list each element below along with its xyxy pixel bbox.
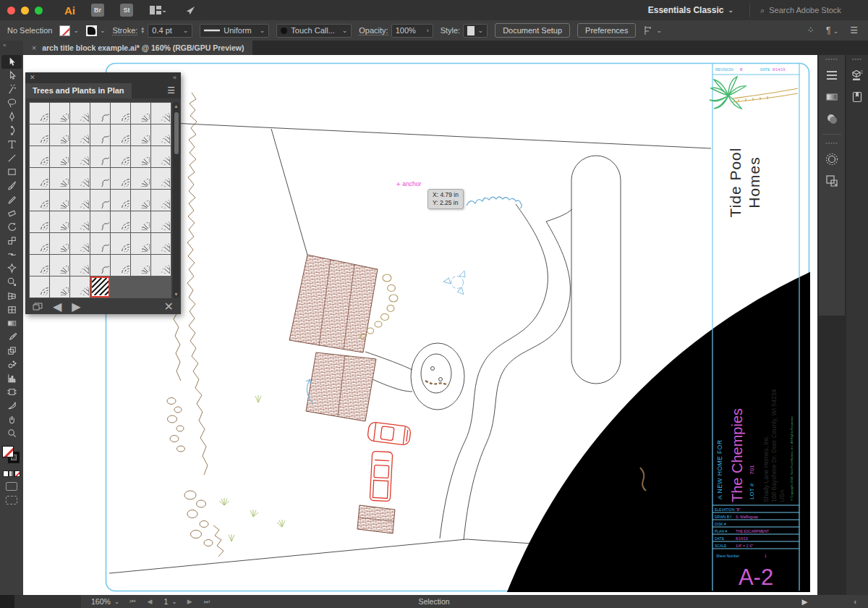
stroke-weight-label[interactable]: Stroke:: [112, 26, 137, 35]
swatch-cell[interactable]: [131, 103, 150, 124]
shaper-pencil-tool[interactable]: [1, 193, 22, 206]
swatch-cell[interactable]: [70, 124, 90, 145]
swatch-cell[interactable]: [131, 146, 150, 167]
rectangle-tool[interactable]: [1, 165, 22, 179]
swatch-cell[interactable]: [131, 124, 150, 145]
swatch-cell[interactable]: [151, 124, 171, 145]
swatch-cell[interactable]: [50, 211, 69, 232]
swatch-cell[interactable]: [111, 168, 130, 189]
properties-panel-icon[interactable]: [822, 64, 841, 86]
artboard-tool[interactable]: [1, 385, 22, 399]
swatch-cell[interactable]: [111, 190, 130, 211]
close-window-button[interactable]: [7, 7, 15, 14]
swatch-cell[interactable]: [50, 255, 69, 276]
load-previous-icon[interactable]: ◀: [53, 300, 61, 313]
window-controls[interactable]: [7, 7, 43, 14]
swatch-cell[interactable]: [30, 211, 49, 232]
toolbar-collapse-icon[interactable]: »: [0, 41, 23, 55]
arrange-documents-icon[interactable]: ⌄: [149, 4, 168, 17]
swatch-cell[interactable]: [50, 190, 69, 211]
swatch-cell[interactable]: [131, 211, 150, 232]
swatch-cell[interactable]: [30, 103, 49, 124]
trees-plants-panel[interactable]: ✕ « Trees and Plants in Plan ☰ ▲▼ ◀ ▶ ✕: [25, 72, 181, 314]
panel-menu-icon[interactable]: ☰: [161, 85, 181, 98]
none-button[interactable]: [14, 470, 20, 477]
opacity-field[interactable]: 100%›: [391, 24, 433, 38]
brush-libraries-icon[interactable]: [33, 300, 43, 313]
document-tab[interactable]: × arch title block example.ai* @ 160% (R…: [23, 41, 252, 55]
swatch-cell[interactable]: [30, 124, 49, 145]
stroke-color-swatch[interactable]: [86, 25, 97, 36]
swatch-cell[interactable]: [131, 190, 150, 211]
scale-tool[interactable]: [1, 234, 22, 248]
curvature-tool[interactable]: [1, 124, 22, 138]
swatch-cell[interactable]: [151, 255, 171, 276]
swatch-cell[interactable]: [151, 233, 171, 254]
swatch-cell[interactable]: [90, 211, 110, 232]
swatch-cell[interactable]: [50, 124, 69, 145]
color-button[interactable]: [3, 470, 9, 477]
fill-swatch-none[interactable]: [2, 446, 14, 457]
swatch-cell[interactable]: [151, 168, 171, 189]
appearance-panel-icon[interactable]: [822, 148, 841, 170]
slice-tool[interactable]: [1, 399, 22, 413]
swatch-cell[interactable]: [90, 190, 110, 211]
load-next-icon[interactable]: ▶: [72, 300, 80, 313]
line-segment-tool[interactable]: [1, 151, 22, 165]
stroke-weight-stepper[interactable]: ▲▼: [140, 27, 145, 34]
preferences-button[interactable]: Preferences: [577, 23, 636, 38]
swatch-cell[interactable]: [30, 190, 49, 211]
swatch-cell[interactable]: [70, 190, 90, 211]
swatch-cell[interactable]: [111, 233, 130, 254]
swatch-cell[interactable]: [90, 146, 110, 167]
workspace-grid-icon[interactable]: ⁘: [807, 25, 814, 35]
fill-color-dropdown[interactable]: ⌄: [59, 25, 79, 36]
opacity-label[interactable]: Opacity:: [359, 26, 388, 35]
close-tab-icon[interactable]: ×: [32, 43, 36, 52]
swatch-cell[interactable]: [111, 124, 130, 145]
swatch-cell[interactable]: [50, 146, 69, 167]
eraser-tool[interactable]: [1, 206, 22, 220]
hand-tool[interactable]: [1, 413, 22, 426]
document-setup-button[interactable]: Document Setup: [495, 23, 570, 38]
swatch-cell[interactable]: [111, 255, 130, 276]
swatch-cell[interactable]: [111, 146, 130, 167]
color-mode-buttons[interactable]: [3, 470, 20, 477]
delete-swatch-icon[interactable]: ✕: [164, 300, 174, 313]
swatch-cell[interactable]: [90, 103, 110, 124]
stock-search-input[interactable]: ⌕ Search Adobe Stock: [749, 3, 858, 17]
swatch-cell[interactable]: [131, 168, 150, 189]
swatch-cell[interactable]: [111, 103, 130, 124]
libraries-panel-icon[interactable]: [848, 64, 867, 86]
swatch-cell[interactable]: [50, 233, 69, 254]
workspace-switcher[interactable]: Essentials Classic ⌄: [648, 5, 733, 15]
selection-tool[interactable]: [1, 55, 22, 69]
align-options-dropdown[interactable]: ⌄: [643, 25, 662, 35]
lasso-tool[interactable]: [1, 96, 22, 110]
swatch-cell[interactable]: [30, 146, 49, 167]
color-panel-icon[interactable]: [822, 108, 841, 130]
style-dropdown[interactable]: ⌄: [463, 24, 488, 38]
mesh-tool[interactable]: [1, 303, 22, 316]
pen-tool[interactable]: [1, 110, 22, 124]
bridge-button[interactable]: Br: [91, 4, 104, 17]
paragraph-options-icon[interactable]: ¶ ⌄: [826, 25, 838, 35]
swatch-cell[interactable]: [131, 255, 150, 276]
swatch-cell[interactable]: [50, 276, 69, 297]
zoom-level-dropdown[interactable]: 160% ⌄: [91, 597, 119, 606]
fill-none-swatch[interactable]: [59, 25, 70, 36]
swatch-cell[interactable]: [70, 211, 90, 232]
direct-selection-tool[interactable]: [1, 69, 22, 83]
stroke-color-dropdown[interactable]: ⌄: [86, 25, 106, 36]
gradient-panel-icon[interactable]: [822, 86, 841, 108]
swatch-cell[interactable]: [90, 233, 110, 254]
artboard-nav-prev-icon[interactable]: ◀: [148, 598, 154, 605]
rotate-tool[interactable]: [1, 220, 22, 234]
screen-mode-icon[interactable]: [6, 496, 17, 504]
minimize-window-button[interactable]: [21, 7, 29, 14]
fill-stroke-indicator[interactable]: [2, 446, 21, 465]
stroke-weight-field[interactable]: 0.4 pt⌄: [148, 24, 192, 38]
artboard-nav-first-icon[interactable]: ⏮: [129, 598, 137, 606]
swatch-cell[interactable]: [90, 255, 110, 276]
artboard-nav-last-icon[interactable]: ⏭: [204, 598, 211, 606]
